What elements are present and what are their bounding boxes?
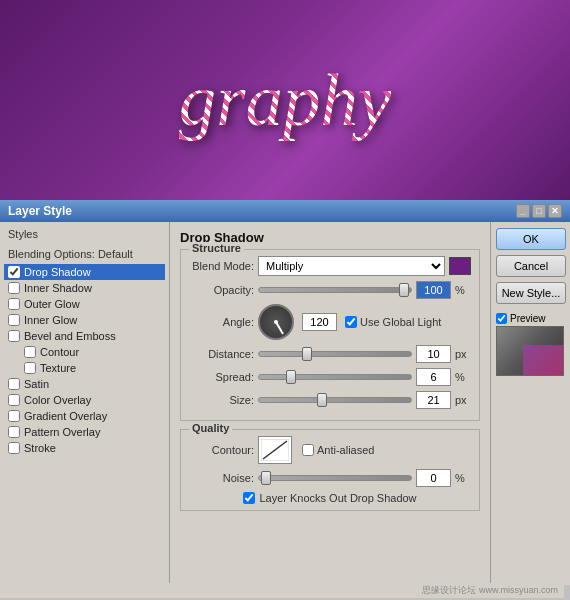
sidebar-item-gradient-overlay[interactable]: Gradient Overlay: [4, 408, 165, 424]
opacity-label: Opacity:: [189, 284, 254, 296]
spread-thumb[interactable]: [286, 370, 296, 384]
noise-label: Noise:: [189, 472, 254, 484]
color-overlay-label: Color Overlay: [24, 394, 91, 406]
blending-options-item[interactable]: Blending Options: Default: [4, 246, 165, 262]
knockout-row-container: Layer Knocks Out Drop Shadow: [189, 492, 471, 504]
angle-input[interactable]: [302, 313, 337, 331]
dialog-title: Layer Style: [8, 204, 72, 218]
size-input[interactable]: [416, 391, 451, 409]
contour-svg: [261, 439, 289, 461]
contour-preview[interactable]: [258, 436, 292, 464]
size-thumb[interactable]: [317, 393, 327, 407]
ok-button[interactable]: OK: [496, 228, 566, 250]
angle-row: Angle: Use Global Light: [189, 304, 471, 340]
size-label: Size:: [189, 394, 254, 406]
distance-input[interactable]: [416, 345, 451, 363]
stroke-checkbox[interactable]: [8, 442, 20, 454]
sidebar-item-pattern-overlay[interactable]: Pattern Overlay: [4, 424, 165, 440]
blend-mode-label: Blend Mode:: [189, 260, 254, 272]
outer-glow-checkbox[interactable]: [8, 298, 20, 310]
styles-label[interactable]: Styles: [4, 226, 165, 242]
sidebar-item-contour[interactable]: Contour: [4, 344, 165, 360]
sidebar-item-color-overlay[interactable]: Color Overlay: [4, 392, 165, 408]
shadow-color-swatch[interactable]: [449, 257, 471, 275]
close-button[interactable]: ✕: [548, 204, 562, 218]
right-panel: OK Cancel New Style... Preview: [490, 222, 570, 585]
knockout-checkbox[interactable]: [243, 492, 255, 504]
spread-row: Spread: %: [189, 368, 471, 386]
knockout-text: Layer Knocks Out Drop Shadow: [259, 492, 416, 504]
contour-checkbox[interactable]: [24, 346, 36, 358]
anti-aliased-checkbox[interactable]: [302, 444, 314, 456]
pattern-overlay-checkbox[interactable]: [8, 426, 20, 438]
inner-shadow-checkbox[interactable]: [8, 282, 20, 294]
sidebar-item-inner-shadow[interactable]: Inner Shadow: [4, 280, 165, 296]
quality-label: Quality: [189, 422, 232, 434]
size-row: Size: px: [189, 391, 471, 409]
gradient-overlay-label: Gradient Overlay: [24, 410, 107, 422]
pattern-overlay-label: Pattern Overlay: [24, 426, 100, 438]
contour-label: Contour: [40, 346, 79, 358]
gradient-overlay-checkbox[interactable]: [8, 410, 20, 422]
noise-row: Noise: %: [189, 469, 471, 487]
opacity-thumb[interactable]: [399, 283, 409, 297]
inner-glow-checkbox[interactable]: [8, 314, 20, 326]
maximize-button[interactable]: □: [532, 204, 546, 218]
sidebar-item-outer-glow[interactable]: Outer Glow: [4, 296, 165, 312]
sidebar-item-satin[interactable]: Satin: [4, 376, 165, 392]
opacity-input[interactable]: [416, 281, 451, 299]
stroke-label: Stroke: [24, 442, 56, 454]
satin-checkbox[interactable]: [8, 378, 20, 390]
preview-checkbox[interactable]: [496, 313, 507, 324]
opacity-slider[interactable]: [258, 287, 412, 293]
contour-form-label: Contour:: [189, 444, 254, 456]
size-slider[interactable]: [258, 397, 412, 403]
layer-style-dialog: Layer Style _ □ ✕ Styles Blending Option…: [0, 200, 570, 600]
texture-label: Texture: [40, 362, 76, 374]
use-global-light-checkbox[interactable]: [345, 316, 357, 328]
spread-label: Spread:: [189, 371, 254, 383]
sidebar-item-bevel-emboss[interactable]: Bevel and Emboss: [4, 328, 165, 344]
preview-inner: [523, 345, 563, 375]
noise-unit: %: [455, 472, 471, 484]
anti-aliased-text: Anti-aliased: [317, 444, 374, 456]
inner-shadow-label: Inner Shadow: [24, 282, 92, 294]
minimize-button[interactable]: _: [516, 204, 530, 218]
blend-mode-select[interactable]: Multiply Normal Screen Overlay: [258, 256, 445, 276]
texture-checkbox[interactable]: [24, 362, 36, 374]
sidebar-item-inner-glow[interactable]: Inner Glow: [4, 312, 165, 328]
title-bar-controls: _ □ ✕: [516, 204, 562, 218]
noise-slider[interactable]: [258, 475, 412, 481]
noise-thumb[interactable]: [261, 471, 271, 485]
preview-box: [496, 326, 564, 376]
drop-shadow-label: Drop Shadow: [24, 266, 91, 278]
color-overlay-checkbox[interactable]: [8, 394, 20, 406]
cancel-button[interactable]: Cancel: [496, 255, 566, 277]
size-unit: px: [455, 394, 471, 406]
spread-input[interactable]: [416, 368, 451, 386]
canvas-text: graphy: [179, 57, 391, 143]
preview-container: Preview: [496, 313, 565, 376]
bevel-emboss-label: Bevel and Emboss: [24, 330, 116, 342]
structure-label: Structure: [189, 242, 244, 254]
distance-slider[interactable]: [258, 351, 412, 357]
anti-aliased-label: Anti-aliased: [302, 444, 374, 456]
sidebar-item-stroke[interactable]: Stroke: [4, 440, 165, 456]
new-style-button[interactable]: New Style...: [496, 282, 566, 304]
spread-slider[interactable]: [258, 374, 412, 380]
knockout-label: Layer Knocks Out Drop Shadow: [243, 492, 416, 504]
sidebar-item-drop-shadow[interactable]: Drop Shadow: [4, 264, 165, 280]
watermark: 思缘设计论坛 www.missyuan.com: [0, 583, 564, 598]
structure-group: Structure Blend Mode: Multiply Normal Sc…: [180, 249, 480, 421]
distance-unit: px: [455, 348, 471, 360]
drop-shadow-checkbox[interactable]: [8, 266, 20, 278]
contour-row: Contour: Anti-aliased: [189, 436, 471, 464]
quality-group: Quality Contour: Anti-aliased: [180, 429, 480, 511]
outer-glow-label: Outer Glow: [24, 298, 80, 310]
distance-thumb[interactable]: [302, 347, 312, 361]
noise-input[interactable]: [416, 469, 451, 487]
opacity-row: Opacity: %: [189, 281, 471, 299]
sidebar-item-texture[interactable]: Texture: [4, 360, 165, 376]
angle-dial[interactable]: [258, 304, 294, 340]
bevel-emboss-checkbox[interactable]: [8, 330, 20, 342]
